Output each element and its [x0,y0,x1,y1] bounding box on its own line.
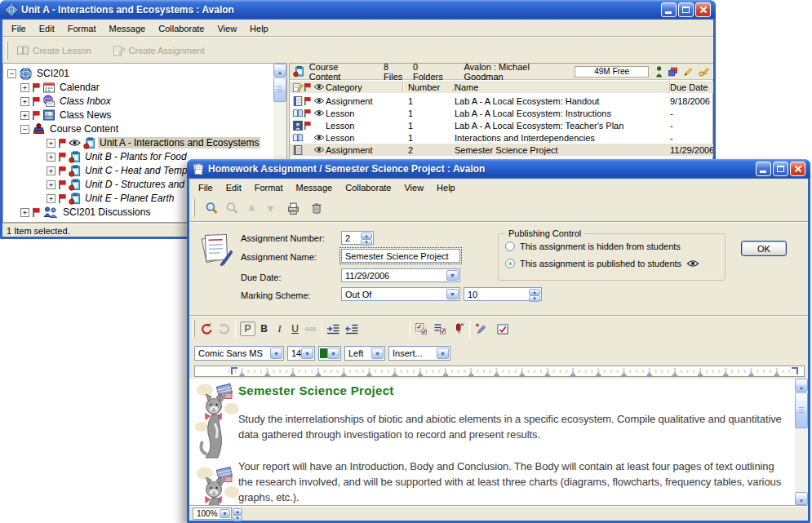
expand-icon[interactable] [47,153,55,162]
tree-item-unit-e[interactable]: Unit E - Planet Earth [47,192,175,205]
strikethrough-button[interactable]: sss [304,321,317,336]
tree-item-class-news[interactable]: Class News [20,109,113,122]
toolbar-grip[interactable] [6,42,8,60]
expand-icon[interactable] [47,180,55,189]
tree-item-discussions[interactable]: SCI201 Discussions [20,206,152,219]
scroll-up-button[interactable] [795,379,808,392]
dropdown-arrow-icon[interactable] [437,348,449,359]
radio-off-icon[interactable] [505,242,515,251]
scroll-down-button[interactable] [795,492,808,505]
list-row-3[interactable]: Lesson 1 Lab A - A Local Ecosystem: Teac… [290,119,713,131]
list-row-5-selected[interactable]: Assignment 2 Semester Science Project 11… [290,144,713,156]
italic-button[interactable]: I [273,321,286,336]
insert-dropdown[interactable]: Insert... [388,346,450,361]
stepper-buttons[interactable] [529,289,540,299]
select-elements-icon[interactable] [415,322,428,335]
eye-column-icon[interactable] [313,83,325,91]
expand-icon[interactable] [47,139,55,148]
alignment-dropdown[interactable]: Left [344,346,385,361]
print-icon[interactable] [286,202,300,215]
expand-icon[interactable] [20,97,29,106]
column-name[interactable]: Name [455,81,670,93]
toolbar-grip[interactable] [193,320,195,338]
menu-file[interactable]: File [193,181,219,194]
close-button[interactable] [695,2,711,17]
list-row-4[interactable]: Lesson 1 Interactions and Interdependenc… [290,131,713,144]
expand-icon[interactable] [20,208,29,217]
right-margin-marker[interactable] [792,367,798,375]
decrease-indent-icon[interactable] [345,322,359,335]
search-icon[interactable] [205,202,219,215]
tree-item-unit-a[interactable]: Unit A - Interactions and Ecosystems [47,136,260,149]
minimize-button[interactable] [661,2,677,17]
previous-item-icon[interactable] [246,202,258,215]
scrollbar-thumb[interactable] [795,392,808,428]
assignment-number-stepper[interactable]: 2 [341,231,374,245]
flag-column-icon[interactable] [304,82,311,92]
tree-item-calendar[interactable]: Calendar [20,81,101,94]
tree-item-class-inbox[interactable]: Class Inbox [20,95,113,108]
tree-item-unit-d[interactable]: Unit D - Structures and [47,178,186,191]
maximize-button[interactable] [678,2,694,17]
font-family-dropdown[interactable]: Comic Sans MS [194,346,284,361]
copy-icon[interactable] [668,66,678,78]
plain-text-button[interactable]: P [240,321,255,336]
search-again-icon[interactable] [225,202,239,215]
expand-icon[interactable] [47,194,55,203]
menu-help[interactable]: Help [431,181,461,194]
spellcheck-icon[interactable] [496,322,509,335]
column-number[interactable]: Number [403,81,455,93]
menu-edit[interactable]: Edit [33,22,60,35]
editor-scrollbar[interactable] [795,379,808,505]
person-icon[interactable] [655,66,663,78]
dropdown-arrow-icon[interactable] [327,348,339,359]
column-category[interactable]: Category [326,81,403,93]
due-date-dropdown[interactable]: 11/29/2006 [341,268,460,282]
tree-item-course-content[interactable]: Course Content [20,122,120,135]
menu-format[interactable]: Format [249,181,289,194]
checklist-icon[interactable] [433,322,446,335]
next-item-icon[interactable] [264,202,277,215]
dropdown-arrow-icon[interactable] [301,348,313,359]
ruler[interactable] [194,366,805,377]
menu-view[interactable]: View [398,181,429,194]
marking-points-stepper[interactable]: 10 [464,287,542,301]
minimize-button[interactable] [756,162,771,176]
toolbar-grip[interactable] [193,199,195,217]
menu-file[interactable]: File [6,22,32,35]
dropdown-arrow-icon[interactable] [371,348,384,359]
create-lesson-button[interactable]: Create Lesson [11,42,96,59]
menu-view[interactable]: View [211,22,242,35]
dropdown-arrow-icon[interactable] [446,270,459,281]
radio-on-icon[interactable] [505,259,515,268]
pencil-icon[interactable] [683,66,694,78]
collapse-icon[interactable] [7,69,16,78]
zoom-level-dropdown[interactable]: 100% [193,507,232,520]
tree-item-unit-b[interactable]: Unit B - Plants for Food [47,150,189,163]
menu-collaborate[interactable]: Collaborate [153,22,210,35]
scroll-up-button[interactable] [273,64,286,77]
maximize-button[interactable] [773,162,788,176]
menu-collaborate[interactable]: Collaborate [339,181,397,194]
dropdown-arrow-icon[interactable] [270,348,282,359]
close-button[interactable] [790,162,805,176]
dropdown-arrow-icon[interactable] [220,509,230,518]
menu-edit[interactable]: Edit [220,181,247,194]
collapse-icon[interactable] [20,125,29,134]
add-annotation-icon[interactable] [474,322,487,335]
editor-area[interactable]: Semester Science Project Study the inter… [189,379,808,505]
list-row-2[interactable]: Lesson 1 Lab A - A Local Ecosystem: Inst… [290,107,713,119]
radio-hidden-option[interactable]: This assignment is hidden from students [505,242,681,251]
undo-icon[interactable] [200,322,214,336]
assignment-window-titlebar[interactable]: Homework Assignment / Semester Science P… [187,159,810,179]
dropdown-arrow-icon[interactable] [446,289,459,299]
expand-icon[interactable] [20,83,29,92]
course-window-titlebar[interactable]: Unit A - Interactions and Ecosystems : A… [0,0,716,20]
edit-column-icon[interactable] [292,82,304,93]
redo-icon[interactable] [217,322,231,336]
menu-message[interactable]: Message [291,181,339,194]
marker-icon[interactable] [452,322,465,335]
list-row-1[interactable]: Assignment 1 Lab A - A Local Ecosystem: … [290,95,713,107]
expand-icon[interactable] [47,166,55,175]
menu-format[interactable]: Format [62,22,102,35]
